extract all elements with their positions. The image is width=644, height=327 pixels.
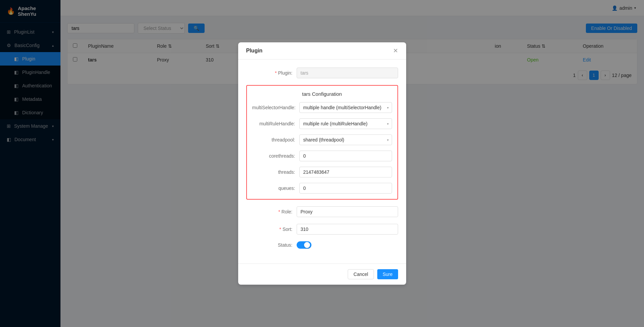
status-toggle[interactable] — [297, 241, 311, 249]
modal-title: Plugin — [246, 48, 263, 54]
plugin-modal: Plugin ✕ * Plugin: tars Configuration mu… — [238, 42, 406, 285]
modal-footer: Cancel Sure — [238, 263, 406, 285]
multi-rule-handle-select[interactable]: multiple rule (multiRuleHandle) — [299, 118, 392, 129]
threads-row: threads: — [252, 167, 392, 177]
threads-label: threads: — [252, 169, 299, 175]
required-star: * — [275, 70, 276, 76]
multi-rule-handle-label: multiRuleHandle: — [252, 121, 299, 126]
queues-row: queues: — [252, 183, 392, 194]
threadpool-label: threadpool: — [252, 137, 299, 142]
modal-overlay: Plugin ✕ * Plugin: tars Configuration mu… — [0, 0, 644, 327]
modal-header: Plugin ✕ — [238, 42, 406, 59]
config-title: tars Configuration — [252, 91, 392, 97]
multi-selector-handle-row: multiSelectorHandle: multiple handle (mu… — [252, 102, 392, 113]
threadpool-select[interactable]: shared (threadpool) — [299, 134, 392, 145]
corethreads-label: corethreads: — [252, 153, 299, 159]
multi-selector-handle-wrapper: multiple handle (multiSelectorHandle) ▾ — [299, 102, 392, 113]
threadpool-row: threadpool: shared (threadpool) ▾ — [252, 134, 392, 145]
queues-input[interactable] — [299, 183, 392, 194]
status-label: Status: — [246, 242, 297, 248]
sort-label: * Sort: — [246, 227, 297, 232]
multi-selector-handle-label: multiSelectorHandle: — [252, 105, 299, 110]
sure-button[interactable]: Sure — [377, 269, 398, 279]
plugin-label: * Plugin: — [246, 70, 297, 76]
plugin-input[interactable] — [297, 68, 398, 78]
required-star: * — [278, 209, 280, 214]
corethreads-row: corethreads: — [252, 151, 392, 161]
modal-close-button[interactable]: ✕ — [393, 48, 398, 54]
modal-body: * Plugin: tars Configuration multiSelect… — [238, 59, 406, 263]
cancel-button[interactable]: Cancel — [348, 269, 374, 279]
role-input[interactable] — [297, 206, 398, 217]
plugin-field-row: * Plugin: — [246, 68, 398, 78]
corethreads-input[interactable] — [299, 151, 392, 161]
multi-rule-handle-row: multiRuleHandle: multiple rule (multiRul… — [252, 118, 392, 129]
threads-input[interactable] — [299, 167, 392, 177]
role-field-row: * Role: — [246, 206, 398, 217]
sort-field-row: * Sort: — [246, 224, 398, 235]
sort-input[interactable] — [297, 224, 398, 235]
config-section: tars Configuration multiSelectorHandle: … — [246, 85, 398, 200]
status-field-row: Status: — [246, 241, 398, 249]
multi-rule-handle-wrapper: multiple rule (multiRuleHandle) ▾ — [299, 118, 392, 129]
threadpool-wrapper: shared (threadpool) ▾ — [299, 134, 392, 145]
queues-label: queues: — [252, 186, 299, 191]
role-label: * Role: — [246, 209, 297, 214]
required-star: * — [280, 227, 281, 232]
multi-selector-handle-select[interactable]: multiple handle (multiSelectorHandle) — [299, 102, 392, 113]
